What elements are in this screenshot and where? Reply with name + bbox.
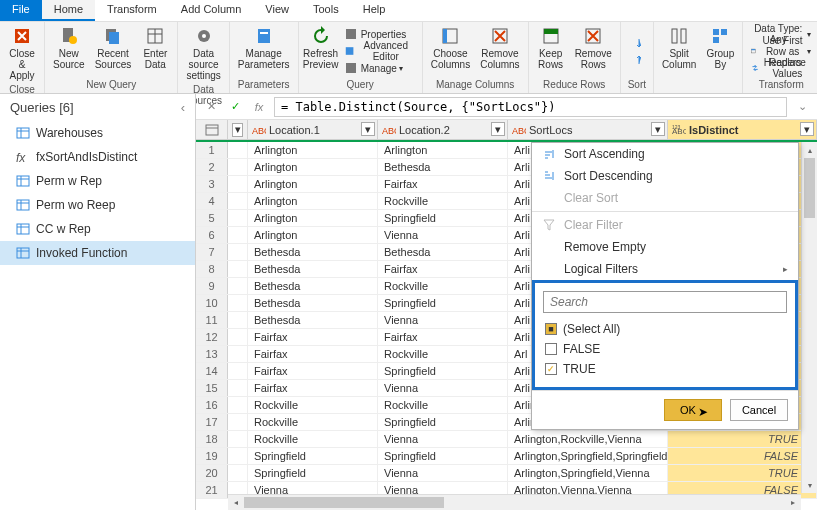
sort-ascending-item[interactable]: Sort Ascending [532, 143, 798, 165]
cell-location2[interactable]: Rockville [378, 346, 508, 362]
scroll-thumb[interactable] [804, 158, 815, 218]
query-item[interactable]: Warehouses [0, 121, 195, 145]
group-by-button[interactable]: Group By [702, 24, 738, 89]
manage-parameters-button[interactable]: Manage Parameters [234, 24, 294, 78]
manage-button[interactable]: Manage▾ [341, 60, 418, 77]
cell-location1[interactable]: Bethesda [248, 244, 378, 260]
cell-sortlocs[interactable]: Arlington,Springfield,Vienna [508, 465, 668, 481]
cell-location1[interactable]: Springfield [248, 448, 378, 464]
cell-location2[interactable]: Fairfax [378, 261, 508, 277]
cell-sortlocs[interactable]: Arlington,Rockville,Vienna [508, 431, 668, 447]
cell-location2[interactable]: Springfield [378, 448, 508, 464]
formula-expand-icon[interactable]: ⌄ [793, 98, 811, 116]
cell-location2[interactable]: Springfield [378, 295, 508, 311]
query-item[interactable]: Invoked Function [0, 241, 195, 265]
cell-location2[interactable]: Vienna [378, 227, 508, 243]
scroll-left-icon[interactable]: ◂ [228, 495, 244, 510]
col-location2[interactable]: ABCLocation.2▾ [378, 120, 508, 139]
filter-search-input[interactable] [543, 291, 787, 313]
sort-asc-button[interactable] [625, 34, 649, 51]
cell-location2[interactable]: Vienna [378, 380, 508, 396]
filter-icon[interactable]: ▾ [361, 122, 375, 136]
grid-body[interactable]: 1ArlingtonArlingtonArli2ArlingtonBethesd… [196, 142, 817, 510]
ok-button[interactable]: OK➤ [664, 399, 722, 421]
cell-location1[interactable]: Rockville [248, 397, 378, 413]
new-source-button[interactable]: New Source [49, 24, 89, 78]
cell-location2[interactable]: Springfield [378, 363, 508, 379]
cancel-button[interactable]: Cancel [730, 399, 788, 421]
cell-location1[interactable]: Arlington [248, 142, 378, 158]
filter-icon[interactable]: ▾ [491, 122, 505, 136]
cell-isdistinct[interactable]: FALSE [668, 448, 817, 464]
query-item[interactable]: fxfxSortAndIsDistinct [0, 145, 195, 169]
query-item[interactable]: Perm w Rep [0, 169, 195, 193]
cell-location1[interactable]: Fairfax [248, 346, 378, 362]
query-item[interactable]: Perm wo Reep [0, 193, 195, 217]
tab-transform[interactable]: Transform [95, 0, 169, 21]
cell-isdistinct[interactable]: TRUE [668, 465, 817, 481]
filter-icon[interactable]: ▾ [651, 122, 665, 136]
vertical-scrollbar[interactable]: ▴ ▾ [801, 142, 817, 493]
cell-location2[interactable]: Rockville [378, 278, 508, 294]
filter-option[interactable]: ✓TRUE [543, 359, 787, 379]
remove-columns-button[interactable]: Remove Columns [476, 24, 523, 78]
col-expand[interactable]: ▾ [228, 120, 248, 139]
table-row[interactable]: 19SpringfieldSpringfieldArlington,Spring… [196, 448, 817, 465]
filter-option[interactable]: ■(Select All) [543, 319, 787, 339]
keep-rows-button[interactable]: Keep Rows [533, 24, 569, 78]
split-column-button[interactable]: Split Column [658, 24, 700, 89]
expand-icon[interactable]: ▾ [232, 123, 243, 137]
filter-icon[interactable]: ▾ [800, 122, 814, 136]
cell-location1[interactable]: Bethesda [248, 295, 378, 311]
cell-isdistinct[interactable]: TRUE [668, 431, 817, 447]
tab-help[interactable]: Help [351, 0, 398, 21]
cell-location1[interactable]: Arlington [248, 227, 378, 243]
cell-location2[interactable]: Vienna [378, 312, 508, 328]
recent-sources-button[interactable]: Recent Sources [91, 24, 136, 78]
collapse-queries-icon[interactable]: ‹ [181, 100, 185, 115]
cell-location1[interactable]: Arlington [248, 176, 378, 192]
formula-input[interactable] [274, 97, 787, 117]
sort-descending-item[interactable]: Sort Descending [532, 165, 798, 187]
cell-location2[interactable]: Vienna [378, 465, 508, 481]
cell-location1[interactable]: Arlington [248, 193, 378, 209]
cell-location1[interactable]: Bethesda [248, 312, 378, 328]
cell-location2[interactable]: Vienna [378, 431, 508, 447]
filter-option[interactable]: FALSE [543, 339, 787, 359]
formula-cancel-icon[interactable]: ✕ [202, 98, 220, 116]
scroll-right-icon[interactable]: ▸ [785, 495, 801, 510]
cell-location2[interactable]: Fairfax [378, 329, 508, 345]
tab-home[interactable]: Home [42, 0, 95, 21]
cell-location1[interactable]: Bethesda [248, 261, 378, 277]
cell-location2[interactable]: Springfield [378, 210, 508, 226]
cell-location1[interactable]: Fairfax [248, 329, 378, 345]
tab-file[interactable]: File [0, 0, 42, 21]
cell-location1[interactable]: Rockville [248, 414, 378, 430]
cell-location1[interactable]: Bethesda [248, 278, 378, 294]
cell-location2[interactable]: Arlington [378, 142, 508, 158]
scroll-up-icon[interactable]: ▴ [802, 142, 817, 158]
choose-columns-button[interactable]: Choose Columns [427, 24, 474, 78]
cell-location2[interactable]: Fairfax [378, 176, 508, 192]
col-sortlocs[interactable]: ABCSortLocs▾ [508, 120, 668, 139]
logical-filters-item[interactable]: Logical Filters▸ [532, 258, 798, 280]
data-source-settings-button[interactable]: Data source settings [182, 24, 224, 83]
cell-location2[interactable]: Bethesda [378, 159, 508, 175]
row-header-corner[interactable] [196, 120, 228, 139]
cell-location1[interactable]: Rockville [248, 431, 378, 447]
tab-view[interactable]: View [253, 0, 301, 21]
close-apply-button[interactable]: Close & Apply [4, 24, 40, 83]
tab-tools[interactable]: Tools [301, 0, 351, 21]
formula-fx-icon[interactable]: fx [250, 98, 268, 116]
cell-sortlocs[interactable]: Arlington,Springfield,Springfield [508, 448, 668, 464]
tab-add-column[interactable]: Add Column [169, 0, 254, 21]
remove-rows-button[interactable]: Remove Rows [571, 24, 616, 78]
col-location1[interactable]: ABCLocation.1▾ [248, 120, 378, 139]
table-row[interactable]: 20SpringfieldViennaArlington,Springfield… [196, 465, 817, 482]
cell-location2[interactable]: Rockville [378, 397, 508, 413]
advanced-editor-button[interactable]: Advanced Editor [341, 43, 418, 60]
cell-location2[interactable]: Springfield [378, 414, 508, 430]
query-item[interactable]: CC w Rep [0, 217, 195, 241]
cell-location2[interactable]: Rockville [378, 193, 508, 209]
cell-location1[interactable]: Arlington [248, 159, 378, 175]
